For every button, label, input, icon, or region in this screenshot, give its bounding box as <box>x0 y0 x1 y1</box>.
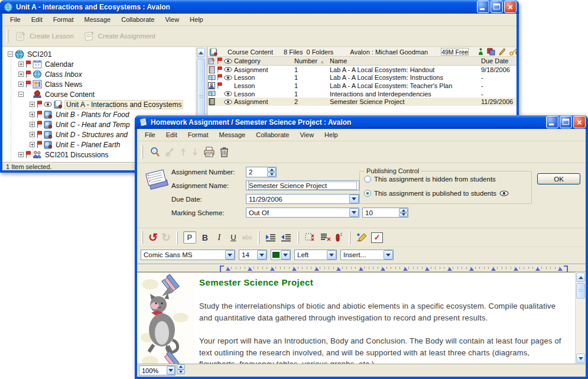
next-icon[interactable] <box>191 147 199 157</box>
assignment-number-stepper[interactable]: 2 <box>246 167 277 177</box>
tab-stop-icon[interactable] <box>248 267 252 271</box>
dropdown-button[interactable] <box>281 250 290 260</box>
tab-stop-icon[interactable] <box>292 267 297 271</box>
tab-stop-icon[interactable] <box>381 267 385 271</box>
expand-icon[interactable]: + <box>18 82 24 87</box>
spin-down-icon[interactable] <box>177 370 185 375</box>
zoom-control[interactable]: 100% <box>139 365 176 375</box>
sort-item-icon[interactable] <box>208 57 215 64</box>
table-row[interactable]: Lesson 1 Lab A - A Local Ecosystem: Inst… <box>207 74 516 82</box>
insert-link-icon[interactable] <box>335 232 343 243</box>
radio-published-option[interactable]: This assignment is published to students <box>364 190 509 197</box>
alignment-dropdown[interactable]: Left <box>294 250 337 260</box>
menu-message[interactable]: Message <box>214 130 251 140</box>
table-row[interactable]: Lesson 1 Lab A - A Local Ecosystem: Teac… <box>207 82 516 90</box>
left-margin-marker[interactable] <box>220 265 224 272</box>
menu-edit[interactable]: Edit <box>26 15 48 24</box>
scroll-thumb[interactable] <box>576 283 585 299</box>
menu-help[interactable]: Help <box>319 130 343 140</box>
right-margin-marker[interactable] <box>564 265 568 272</box>
maximize-button[interactable] <box>560 116 572 128</box>
column-category[interactable]: Category <box>233 57 292 64</box>
menu-format[interactable]: Format <box>183 130 214 140</box>
tab-stop-icon[interactable] <box>403 267 408 271</box>
tab-stop-icon[interactable] <box>469 267 474 271</box>
user-icon[interactable] <box>478 48 483 56</box>
spin-down-icon[interactable] <box>267 172 276 177</box>
scroll-up-button[interactable] <box>576 273 585 282</box>
layers-icon[interactable] <box>487 48 495 56</box>
ruler[interactable] <box>137 264 586 272</box>
eye-column-icon[interactable] <box>224 59 232 64</box>
spellcheck-button[interactable]: ✓ <box>371 232 383 243</box>
dropdown-button[interactable] <box>257 250 267 260</box>
tab-stop-icon[interactable] <box>558 267 563 271</box>
ok-button[interactable]: OK <box>537 173 580 184</box>
tab-stop-icon[interactable] <box>226 267 230 271</box>
minimize-button[interactable] <box>477 1 489 13</box>
font-family-dropdown[interactable]: Comic Sans MS <box>141 250 235 260</box>
create-assignment-button[interactable]: Create Assignment <box>79 31 160 41</box>
maximize-button[interactable] <box>490 1 503 13</box>
marking-scheme-dropdown[interactable]: Out Of <box>246 208 359 218</box>
dropdown-button[interactable] <box>384 250 393 260</box>
radio-hidden-option[interactable]: This assignment is hidden from students <box>364 176 496 183</box>
spin-up-icon[interactable] <box>177 364 185 370</box>
font-color-dropdown[interactable] <box>271 250 291 260</box>
minimize-button[interactable] <box>546 116 558 128</box>
menu-edit[interactable]: Edit <box>161 130 183 140</box>
radio-icon[interactable] <box>364 176 371 183</box>
dropdown-button[interactable] <box>225 250 235 260</box>
tree-row-root[interactable]: − SCI201 <box>2 49 196 59</box>
collapse-icon[interactable]: − <box>18 92 24 97</box>
assignment-name-field[interactable] <box>246 180 359 190</box>
menu-file[interactable]: File <box>5 15 26 24</box>
expand-icon[interactable]: + <box>18 152 24 157</box>
spin-up-icon[interactable] <box>399 208 408 213</box>
close-button[interactable]: × <box>573 116 586 128</box>
print-icon[interactable] <box>203 147 215 158</box>
tab-stop-icon[interactable] <box>535 267 540 271</box>
radio-selected-icon[interactable] <box>364 190 371 197</box>
spin-up-icon[interactable] <box>267 167 276 172</box>
strikethrough-button[interactable]: abc <box>242 234 252 241</box>
tree-row-class-inbox[interactable]: + Class Inbox <box>2 69 196 79</box>
create-lesson-button[interactable]: Create Lesson <box>10 31 79 41</box>
menu-view[interactable]: View <box>294 130 319 140</box>
key-pencil-icon[interactable] <box>509 48 516 56</box>
marking-points-stepper[interactable]: 10 <box>362 208 408 218</box>
dropdown-button[interactable] <box>349 208 359 217</box>
column-name[interactable]: Name <box>329 57 480 64</box>
dropdown-button[interactable] <box>327 250 336 260</box>
tree-row-calendar[interactable]: + Calendar <box>2 59 196 69</box>
column-number[interactable]: Number▲ <box>292 57 329 64</box>
tab-stop-icon[interactable] <box>336 267 341 271</box>
expand-icon[interactable]: + <box>18 61 24 67</box>
tree-row-unit-a[interactable]: + Unit A - Interactions and Ecosystems <box>2 99 196 109</box>
assignment-window-titlebar[interactable]: Homework Assignment / Semester Science P… <box>135 115 588 129</box>
column-due-date[interactable]: Due Date <box>480 57 516 64</box>
scroll-up-button[interactable] <box>197 48 205 57</box>
scroll-down-button[interactable] <box>576 354 585 363</box>
tab-stop-icon[interactable] <box>447 267 452 271</box>
delete-icon[interactable] <box>220 147 229 157</box>
dropdown-button[interactable] <box>349 195 359 203</box>
previous-icon[interactable] <box>180 147 187 157</box>
italic-button[interactable]: I <box>214 233 225 242</box>
outdent-icon[interactable] <box>280 233 292 242</box>
zoom-stepper[interactable] <box>177 364 185 374</box>
due-date-dropdown[interactable]: 11/29/2006 <box>246 194 359 204</box>
plain-style-button[interactable]: P <box>183 231 196 244</box>
table-row-selected[interactable]: Assignment 2 Semester Science Project 11… <box>207 98 516 106</box>
pencil-icon[interactable] <box>499 48 506 56</box>
undo-button[interactable]: ↺ <box>148 231 158 244</box>
flag-column-icon[interactable] <box>217 57 222 64</box>
history-icon[interactable] <box>165 147 175 157</box>
course-window-titlebar[interactable]: Unit A - Interactions and Ecosystems : A… <box>0 0 519 14</box>
bold-button[interactable]: B <box>200 233 210 242</box>
menu-message[interactable]: Message <box>79 15 116 24</box>
editor-area[interactable]: Semester Science Project Study the inter… <box>137 272 575 364</box>
close-button[interactable]: × <box>504 1 516 13</box>
tab-stop-icon[interactable] <box>491 267 496 271</box>
search-icon[interactable] <box>150 147 160 158</box>
